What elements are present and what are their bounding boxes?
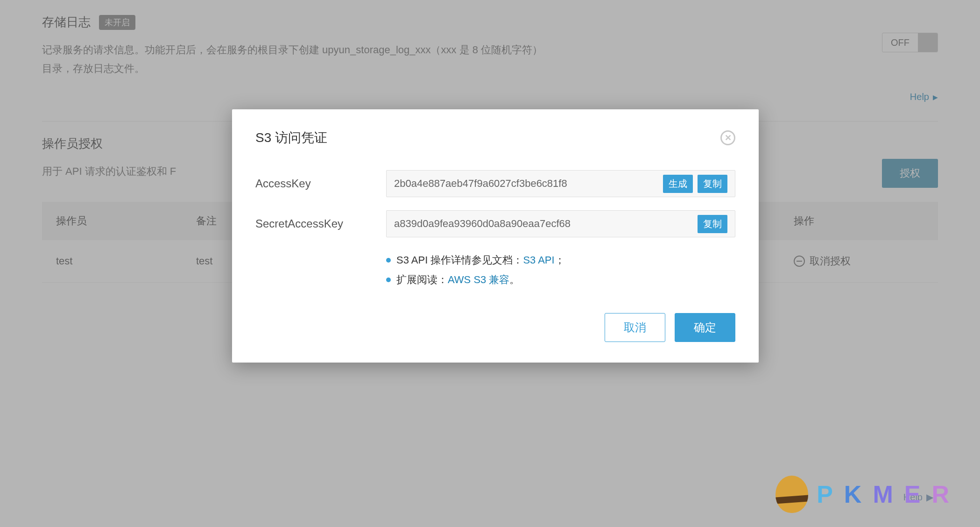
close-button[interactable]: ✕ [720,130,735,145]
s3-api-link[interactable]: S3 API [523,254,554,266]
access-key-field: 生成 复制 [386,170,735,197]
bullet-icon [386,278,391,282]
access-key-label: AccessKey [255,177,386,190]
copy-secret-button[interactable]: 复制 [698,215,727,233]
secret-key-label: SecretAccessKey [255,217,386,230]
pkmer-watermark: PKMER [776,476,952,513]
generate-button[interactable]: 生成 [663,175,693,193]
note-item: 扩展阅读：AWS S3 兼容。 [386,270,735,290]
s3-credentials-modal: S3 访问凭证 ✕ AccessKey 生成 复制 SecretAccessKe… [232,109,759,363]
secret-key-field: 复制 [386,210,735,237]
secret-key-input[interactable] [394,218,693,230]
modal-title: S3 访问凭证 [255,129,327,147]
modal-notes: S3 API 操作详情参见文档：S3 API； 扩展阅读：AWS S3 兼容。 [386,250,735,290]
access-key-input[interactable] [394,178,658,190]
aws-s3-link[interactable]: AWS S3 兼容 [448,274,509,285]
cancel-button[interactable]: 取消 [605,313,665,342]
close-icon: ✕ [725,133,732,143]
egg-icon [776,476,808,513]
bullet-icon [386,258,391,263]
ok-button[interactable]: 确定 [675,313,735,342]
copy-access-button[interactable]: 复制 [698,175,727,193]
note-item: S3 API 操作详情参见文档：S3 API； [386,250,735,270]
